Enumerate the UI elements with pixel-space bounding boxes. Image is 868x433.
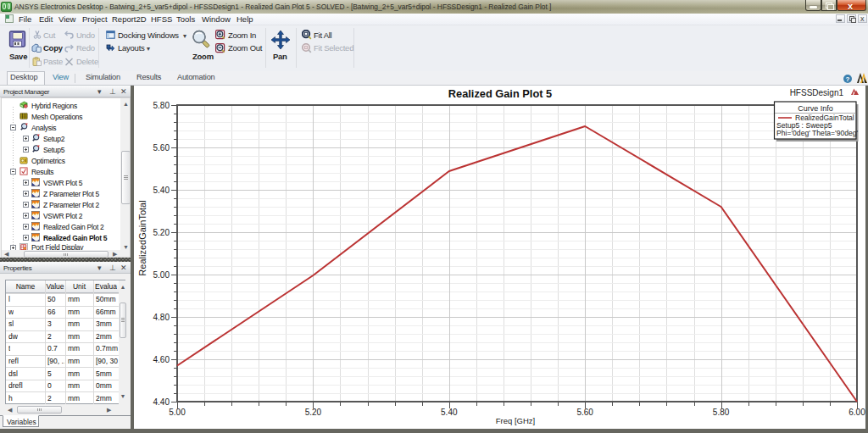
svg-text:5.60: 5.60 <box>576 408 593 417</box>
svg-text:5.40: 5.40 <box>153 186 170 195</box>
svg-text:6.00: 6.00 <box>849 408 865 417</box>
svg-text:5.00: 5.00 <box>169 408 186 417</box>
svg-text:Realized Gain Plot 5: Realized Gain Plot 5 <box>448 87 552 100</box>
svg-text:5.80: 5.80 <box>713 408 730 417</box>
svg-text:5.20: 5.20 <box>153 228 170 237</box>
svg-text:Phi='0deg' Theta='90deg': Phi='0deg' Theta='90deg' <box>776 129 859 137</box>
svg-text:5.20: 5.20 <box>305 408 322 417</box>
svg-text:4.60: 4.60 <box>153 355 170 364</box>
svg-text:Freq [GHz]: Freq [GHz] <box>496 416 535 425</box>
svg-text:4.80: 4.80 <box>153 313 170 322</box>
svg-text:HFSSDesign1: HFSSDesign1 <box>790 88 844 97</box>
svg-text:4.40: 4.40 <box>153 397 170 407</box>
svg-text:5.40: 5.40 <box>441 408 458 417</box>
svg-text:RealizedGainTotal: RealizedGainTotal <box>137 200 147 275</box>
svg-text:5.80: 5.80 <box>153 101 170 110</box>
svg-text:Curve Info: Curve Info <box>798 104 833 113</box>
svg-text:5.00: 5.00 <box>153 270 170 280</box>
svg-text:5.60: 5.60 <box>153 143 170 153</box>
